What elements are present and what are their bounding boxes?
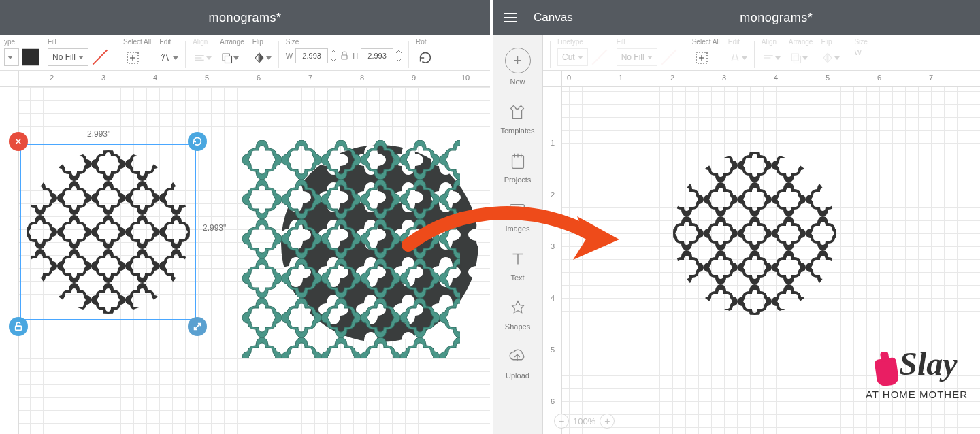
width-dimension: 2.993"	[87, 129, 110, 139]
zoom-value: 100%	[573, 416, 595, 427]
select-all-button-r[interactable]	[692, 48, 711, 67]
upload-icon	[507, 347, 527, 367]
zoom-control[interactable]: − 100% +	[554, 414, 615, 429]
pattern-object-result[interactable]	[670, 148, 840, 318]
no-fill-icon-r	[660, 48, 678, 66]
linetype-swatch-r	[591, 48, 608, 66]
svg-point-32	[514, 207, 517, 210]
left-sidebar: + New Templates Projects Images Text Sha…	[493, 35, 543, 434]
stepper-icon[interactable]	[396, 49, 402, 63]
left-toolbar: ype Fill No Fill Select All Edit Align	[0, 35, 490, 71]
svg-rect-7	[225, 56, 232, 63]
lock-icon[interactable]	[339, 50, 350, 61]
arrange-group-r: Arrange	[785, 38, 817, 67]
edit-button-r[interactable]	[728, 48, 747, 67]
linetype-swatch[interactable]	[22, 48, 39, 66]
notebook-icon	[508, 151, 528, 171]
width-input[interactable]	[295, 48, 328, 63]
ruler-horizontal-r: 0 1 2 3 4 5 6 7	[562, 71, 980, 87]
svg-rect-26	[794, 56, 800, 63]
watermark: Slay AT HOME MOTHER	[866, 351, 968, 400]
flip-group-r: Flip	[817, 38, 844, 67]
flip-button[interactable]	[252, 48, 272, 67]
select-all-button[interactable]	[123, 48, 142, 67]
text-icon	[508, 249, 528, 269]
fill-group: Fill No Fill	[44, 38, 113, 66]
sidebar-text[interactable]: Text	[508, 249, 528, 282]
rotate-group: Rot	[412, 38, 439, 67]
sidebar-new[interactable]: + New	[505, 48, 531, 86]
left-title: monograms*	[0, 11, 490, 25]
linetype-group: ype	[0, 38, 44, 66]
linetype-dropdown-r[interactable]: Cut	[557, 48, 588, 66]
stepper-icon[interactable]	[331, 49, 336, 63]
arrange-button[interactable]	[220, 48, 239, 67]
right-titlebar: Canvas monograms*	[493, 0, 980, 35]
fill-group-r: Fill No Fill	[612, 38, 682, 66]
svg-rect-37	[670, 148, 840, 318]
linetype-dropdown[interactable]	[4, 48, 19, 66]
zoom-out-button[interactable]: −	[554, 414, 569, 429]
svg-rect-11	[23, 147, 193, 317]
rotate-handle[interactable]	[188, 132, 207, 151]
zoom-in-button[interactable]: +	[600, 414, 615, 429]
height-input[interactable]	[361, 48, 393, 63]
right-toolbar: Linetype Cut Fill No Fill Select All Edi…	[493, 35, 980, 71]
size-group: Size W H	[282, 38, 406, 63]
pattern-object-black[interactable]	[23, 147, 193, 317]
left-titlebar: monograms*	[0, 0, 490, 35]
fill-dropdown-r[interactable]: No Fill	[617, 48, 657, 66]
svg-rect-9	[342, 55, 347, 59]
lock-handle[interactable]	[9, 317, 28, 336]
shirt-icon	[507, 102, 527, 122]
select-all-group-r: Select All	[688, 38, 724, 67]
no-fill-icon	[91, 48, 109, 66]
svg-rect-31	[510, 205, 525, 216]
sidebar-images[interactable]: Images	[505, 200, 529, 233]
delete-handle[interactable]: ✕	[9, 132, 28, 151]
svg-rect-16	[242, 140, 460, 358]
rotate-button[interactable]	[416, 48, 435, 67]
pattern-object-teal[interactable]	[242, 140, 460, 358]
left-canvas[interactable]: 2 3 4 5 6 7 8 9 10	[0, 71, 490, 434]
canvas-label: Canvas	[534, 11, 573, 24]
shapes-icon	[508, 298, 528, 318]
left-panel: monograms* ype Fill No Fill Select All E…	[0, 0, 490, 434]
sidebar-templates[interactable]: Templates	[500, 102, 534, 135]
sidebar-upload[interactable]: Upload	[506, 347, 529, 380]
size-group-r: Size W	[850, 38, 871, 56]
image-icon	[507, 200, 527, 220]
apron-icon	[875, 357, 900, 387]
right-title: monograms*	[573, 11, 980, 25]
fill-dropdown[interactable]: No Fill	[48, 48, 88, 66]
select-all-group: Select All	[119, 38, 155, 67]
flip-group: Flip	[248, 38, 276, 67]
align-group-r: Align	[757, 38, 785, 67]
grid[interactable]: ✕ 2.993" 2.993"	[19, 87, 490, 434]
ruler-vertical-r: 1 2 3 4 5 6	[543, 87, 562, 434]
menu-button[interactable]	[493, 0, 528, 35]
sidebar-projects[interactable]: Projects	[504, 151, 532, 184]
align-group: Align	[189, 38, 216, 67]
edit-group-r: Edit	[724, 38, 751, 67]
plus-icon: +	[505, 48, 531, 73]
height-dimension: 2.993"	[203, 223, 226, 233]
edit-button[interactable]	[159, 48, 178, 67]
arrange-group: Arrange	[216, 38, 248, 67]
svg-rect-12	[16, 326, 22, 330]
svg-rect-25	[791, 54, 798, 61]
align-button[interactable]	[193, 48, 212, 67]
resize-handle[interactable]	[188, 317, 207, 336]
linetype-group-r: Linetype Cut	[553, 38, 612, 66]
sidebar-shapes[interactable]: Shapes	[505, 298, 530, 331]
edit-group: Edit	[155, 38, 182, 67]
ruler-horizontal: 2 3 4 5 6 7 8 9 10	[19, 71, 490, 87]
